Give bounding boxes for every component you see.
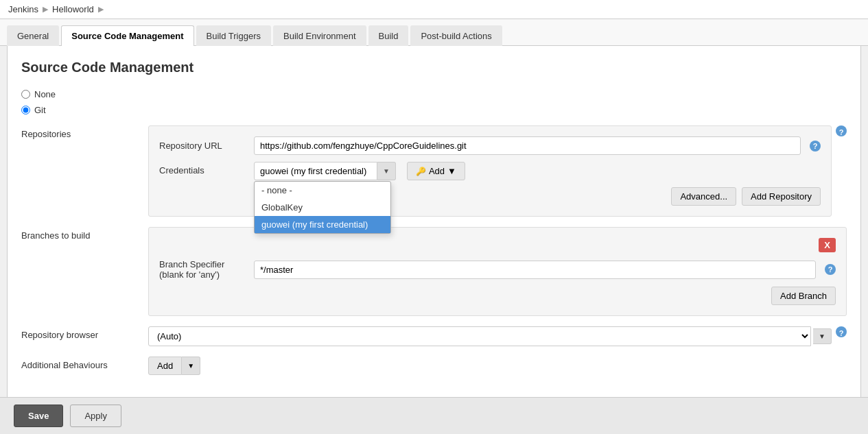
tab-build-triggers[interactable]: Build Triggers <box>196 25 271 46</box>
tab-post-build-actions[interactable]: Post-build Actions <box>410 25 502 46</box>
add-repository-button[interactable]: Add Repository <box>742 187 821 206</box>
additional-behaviours-section: Additional Behaviours Add ▼ <box>21 357 847 375</box>
credentials-dropdown-arrow[interactable]: ▼ <box>377 162 396 180</box>
add-behaviour-arrow[interactable]: ▼ <box>182 357 200 375</box>
advanced-button[interactable]: Advanced... <box>671 187 736 206</box>
credentials-controls: - none - GlobalKey guowei (my first cred… <box>254 162 821 180</box>
tab-build[interactable]: Build <box>368 25 409 46</box>
repo-url-label: Repository URL <box>159 141 248 151</box>
credentials-select-wrapper: - none - GlobalKey guowei (my first cred… <box>254 162 396 180</box>
breadcrumb-sep2: ▶ <box>98 5 104 14</box>
radio-none-label[interactable]: None <box>34 89 56 99</box>
branch-specifier-help-icon[interactable]: ? <box>825 264 836 275</box>
repo-url-help-icon[interactable]: ? <box>810 141 821 152</box>
repo-url-row: Repository URL ? <box>159 136 821 155</box>
add-cred-label: Add <box>429 166 445 176</box>
additional-behaviours-content: Add ▼ <box>148 357 847 375</box>
repositories-help-icon[interactable]: ? <box>836 125 847 136</box>
tabs-bar: General Source Code Management Build Tri… <box>0 19 868 46</box>
repositories-section: Repositories Repository URL ? Credential… <box>21 125 847 217</box>
tab-source-code-management[interactable]: Source Code Management <box>61 25 193 46</box>
save-button[interactable]: Save <box>14 405 63 427</box>
branch-box: X Branch Specifier (blank for 'any') ? A… <box>148 227 847 316</box>
key-icon: 🔑 <box>416 167 426 176</box>
delete-branch-button[interactable]: X <box>819 238 836 252</box>
add-behaviour-button[interactable]: Add <box>148 357 182 375</box>
breadcrumb-helloworld[interactable]: Helloworld <box>52 4 94 14</box>
tab-general[interactable]: General <box>7 25 59 46</box>
dropdown-item-none[interactable]: - none - <box>255 182 390 199</box>
credentials-dropdown-list: - none - GlobalKey guowei (my first cred… <box>254 181 391 234</box>
page-title: Source Code Management <box>21 60 847 75</box>
tab-build-environment[interactable]: Build Environment <box>273 25 366 46</box>
repo-browser-label: Repository browser <box>21 326 148 340</box>
radio-group: None Git <box>21 89 847 115</box>
repo-browser-select[interactable]: (Auto) <box>148 326 811 346</box>
breadcrumb-jenkins[interactable]: Jenkins <box>8 4 38 14</box>
breadcrumb-sep1: ▶ <box>43 5 48 14</box>
branch-actions: Add Branch <box>159 287 836 305</box>
branch-header: X <box>159 238 836 252</box>
add-cred-arrow: ▼ <box>447 166 456 176</box>
branch-specifier-label: Branch Specifier (blank for 'any') <box>159 259 248 280</box>
repositories-content: Repository URL ? Credentials - none - <box>148 125 832 217</box>
apply-button[interactable]: Apply <box>70 405 121 427</box>
credentials-label: Credentials <box>159 162 248 176</box>
page-wrapper: Jenkins ▶ Helloworld ▶ General Source Co… <box>0 0 868 434</box>
repo-browser-row: (Auto) ▼ <box>148 326 832 346</box>
additional-behaviours-label: Additional Behaviours <box>21 357 148 370</box>
dropdown-item-globalkey[interactable]: GlobalKey <box>255 199 390 216</box>
radio-git[interactable] <box>21 106 30 114</box>
repo-browser-arrow[interactable]: ▼ <box>813 328 832 344</box>
repo-browser-help-icon[interactable]: ? <box>836 326 847 337</box>
radio-git-option: Git <box>21 105 847 115</box>
branches-section: Branches to build X Branch Specifier (bl… <box>21 227 847 316</box>
dropdown-item-guowei[interactable]: guowei (my first credential) <box>255 216 390 233</box>
radio-git-label[interactable]: Git <box>34 105 46 115</box>
main-content: Source Code Management None Git Reposito… <box>7 46 861 416</box>
branches-label: Branches to build <box>21 227 148 241</box>
add-branch-button[interactable]: Add Branch <box>771 287 836 305</box>
repo-box: Repository URL ? Credentials - none - <box>148 125 832 217</box>
credentials-select[interactable]: - none - GlobalKey guowei (my first cred… <box>254 162 377 180</box>
repo-browser-section: Repository browser (Auto) ▼ ? <box>21 326 847 346</box>
repositories-label: Repositories <box>21 125 148 139</box>
repo-url-input[interactable] <box>254 136 801 155</box>
radio-none-option: None <box>21 89 847 99</box>
branch-specifier-row: Branch Specifier (blank for 'any') ? <box>159 259 836 280</box>
branch-specifier-input[interactable] <box>254 261 816 279</box>
credentials-row: Credentials - none - GlobalKey guowei (m… <box>159 162 821 180</box>
add-behaviour-group: Add ▼ <box>148 357 200 375</box>
radio-none[interactable] <box>21 90 30 99</box>
action-bar: Save Apply <box>0 397 868 434</box>
repo-browser-content: (Auto) ▼ <box>148 326 832 346</box>
add-credential-button[interactable]: 🔑 Add ▼ <box>407 162 465 180</box>
breadcrumb: Jenkins ▶ Helloworld ▶ <box>0 0 868 19</box>
branches-content: X Branch Specifier (blank for 'any') ? A… <box>148 227 847 316</box>
